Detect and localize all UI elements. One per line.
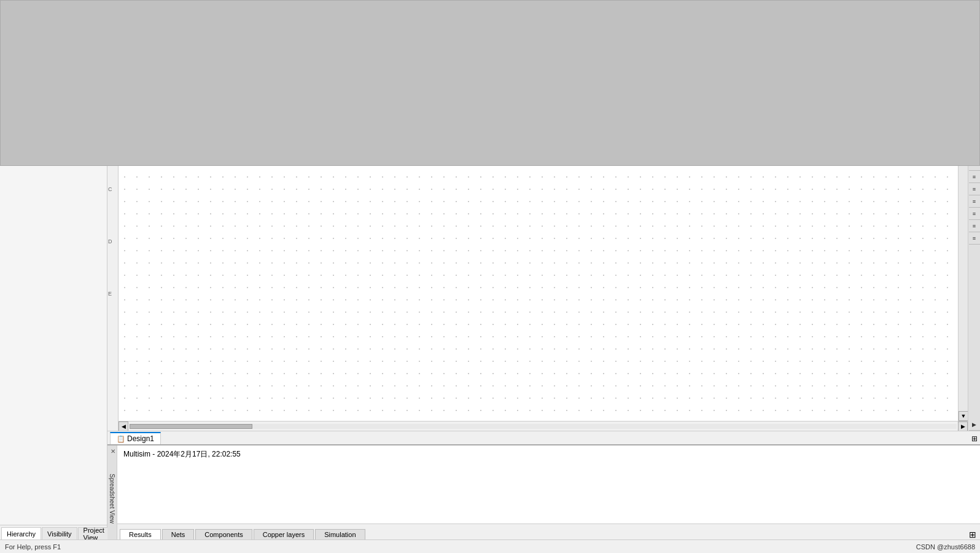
canvas-tab-expand-btn[interactable]: ⊞	[969, 433, 980, 444]
bottom-inner: ✕ Spreadsheet View Multisim - 2024年2月17日…	[107, 445, 980, 539]
vscroll-thumb[interactable]	[119, 73, 968, 166]
spreadsheet-view-label: ✕ Spreadsheet View	[107, 445, 117, 539]
bottom-tab-bar: Results Nets Components Copper layers Si…	[117, 524, 980, 539]
center-area: 0 1 2 3 4 5 6 7 8 9 10 11	[107, 61, 980, 539]
ruler-left-e: E	[108, 291, 112, 297]
rp-btn-12[interactable]: ≡	[969, 208, 980, 220]
btab-copper[interactable]: Copper layers	[254, 529, 314, 539]
vscroll-down-btn[interactable]: ▼	[959, 411, 968, 421]
bottom-panel-close-btn[interactable]: ✕	[107, 447, 116, 455]
status-right-text: CSDN @zhust6688	[916, 543, 975, 551]
rp-btn-9[interactable]: ≡	[969, 171, 980, 183]
ruler-left-d: D	[108, 238, 112, 245]
bottom-main: Multisim - 2024年2月17日, 22:02:55 Results …	[117, 445, 980, 539]
rp-btn-10[interactable]: ≡	[969, 183, 980, 195]
canvas-main-row: ▲ ▼	[119, 73, 968, 421]
status-help-text: For Help, press F1	[5, 543, 61, 551]
lp-tab-project[interactable]: Project View	[78, 527, 110, 539]
lp-tab-hierarchy[interactable]: Hierarchy	[1, 527, 41, 539]
ruler-left-c: C	[108, 186, 112, 192]
canvas-and-hscroll: ▲ ▼ ◀	[119, 73, 968, 431]
canvas-tab-label: Design1	[127, 434, 154, 443]
hscroll-bar: ◀ ▶	[119, 421, 968, 431]
btab-results[interactable]: Results	[120, 529, 161, 539]
rp-btn-11[interactable]: ≡	[969, 195, 980, 208]
bottom-expand-icon[interactable]: ⊞	[965, 530, 980, 539]
rp-btn-bottom[interactable]: ▶	[969, 418, 980, 431]
vscroll-track[interactable]	[959, 82, 968, 411]
btab-components[interactable]: Components	[195, 529, 252, 539]
hscroll-track[interactable]	[130, 424, 957, 429]
lp-tab-visibility[interactable]: Visibility	[42, 527, 77, 539]
btab-simulation[interactable]: Simulation	[315, 529, 365, 539]
vscroll-bar: ▲ ▼	[958, 73, 968, 421]
rp-btn-14[interactable]: ≡	[969, 232, 980, 245]
log-text: Multisim - 2024年2月17日, 22:02:55	[123, 450, 241, 458]
spreadsheet-label-text: Spreadsheet View	[109, 474, 115, 524]
app-container: 🔲 Design1 - Multisim - [Design1] ─ ❐ ✕ F…	[0, 0, 980, 553]
bottom-section: ✕ Spreadsheet View Multisim - 2024年2月17日…	[107, 444, 980, 539]
bottom-log-area: Multisim - 2024年2月17日, 22:02:55	[117, 445, 980, 524]
canvas-region: 0 1 2 3 4 5 6 7 8 9 10 11	[107, 61, 980, 444]
hscroll-left-btn[interactable]: ◀	[119, 422, 128, 431]
rp-btn-13[interactable]: ≡	[969, 220, 980, 232]
canvas-tab-icon: 📋	[117, 435, 125, 443]
hscroll-right-btn[interactable]: ▶	[958, 422, 968, 431]
statusbar: For Help, press F1 CSDN @zhust6688	[0, 539, 980, 553]
hscroll-thumb[interactable]	[130, 424, 252, 429]
canvas-tab-design1[interactable]: 📋 Design1	[110, 432, 161, 444]
btab-nets[interactable]: Nets	[162, 529, 195, 539]
canvas-row: A B C D E ▲	[107, 73, 980, 431]
canvas-tabs: 📋 Design1 ⊞	[107, 431, 980, 444]
workspace: Design Toolbox ─ ✕ 📄 📂 💾 ✕ ⚙ ▼ ☑ 📁 Desig…	[0, 61, 980, 539]
left-panel-tabs: Hierarchy Visibility Project View	[0, 525, 107, 539]
